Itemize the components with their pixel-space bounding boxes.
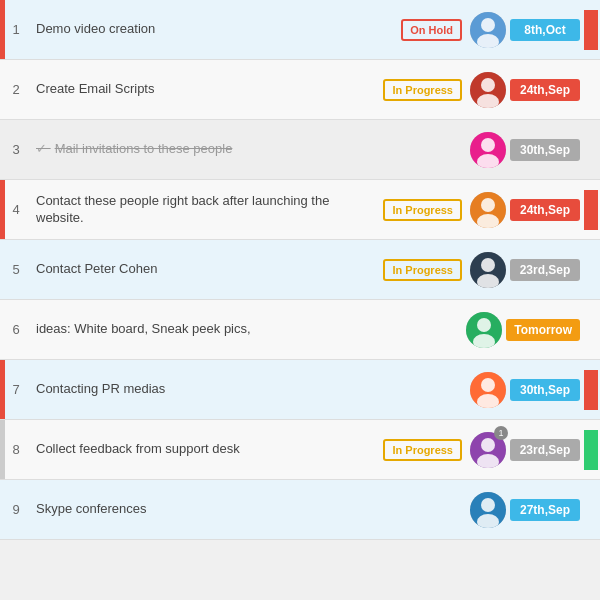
due-date[interactable]: 8th,Oct xyxy=(510,19,580,41)
task-row[interactable]: 7Contacting PR medias 30th,Sep xyxy=(0,360,600,420)
due-date[interactable]: Tomorrow xyxy=(506,319,580,341)
avatar xyxy=(470,12,506,48)
task-title[interactable]: Collect feedback from support desk xyxy=(28,441,383,458)
avatar xyxy=(470,192,506,228)
svg-point-19 xyxy=(481,378,495,392)
due-date[interactable]: 27th,Sep xyxy=(510,499,580,521)
avatar xyxy=(470,132,506,168)
due-date[interactable]: 24th,Sep xyxy=(510,79,580,101)
avatar xyxy=(466,312,502,348)
priority-flag xyxy=(584,430,598,470)
task-title[interactable]: Demo video creation xyxy=(28,21,401,38)
status-badge[interactable]: In Progress xyxy=(383,199,462,221)
task-title[interactable]: Create Email Scripts xyxy=(28,81,383,98)
priority-flag xyxy=(584,10,598,50)
due-date[interactable]: 23rd,Sep xyxy=(510,439,580,461)
status-badge[interactable]: In Progress xyxy=(383,439,462,461)
svg-point-4 xyxy=(481,78,495,92)
svg-point-16 xyxy=(477,318,491,332)
status-badge[interactable]: In Progress xyxy=(383,79,462,101)
priority-accent xyxy=(0,0,5,59)
task-title[interactable]: ideas: White board, Sneak peek pics, xyxy=(28,321,386,338)
priority-flag xyxy=(584,190,598,230)
avatar xyxy=(470,372,506,408)
svg-point-7 xyxy=(481,138,495,152)
svg-point-22 xyxy=(481,438,495,452)
task-row[interactable]: 4Contact these people right back after l… xyxy=(0,180,600,240)
task-row[interactable]: 9Skype conferences 27th,Sep xyxy=(0,480,600,540)
task-row[interactable]: 1Demo video creationOn Hold 8th,Oct xyxy=(0,0,600,60)
priority-flag xyxy=(584,490,598,530)
task-title[interactable]: Contact Peter Cohen xyxy=(28,261,383,278)
priority-accent xyxy=(0,180,5,239)
task-row[interactable]: 8Collect feedback from support deskIn Pr… xyxy=(0,420,600,480)
due-date[interactable]: 23rd,Sep xyxy=(510,259,580,281)
avatar xyxy=(470,492,506,528)
svg-point-13 xyxy=(481,258,495,272)
row-number: 9 xyxy=(0,502,28,517)
task-row[interactable]: 3✓ Mail invitations to these people 30th… xyxy=(0,120,600,180)
due-date[interactable]: 30th,Sep xyxy=(510,139,580,161)
row-number: 3 xyxy=(0,142,28,157)
status-badge[interactable]: On Hold xyxy=(401,19,462,41)
avatar xyxy=(470,72,506,108)
task-title[interactable]: Contact these people right back after la… xyxy=(28,193,383,227)
priority-flag xyxy=(584,130,598,170)
due-date[interactable]: 30th,Sep xyxy=(510,379,580,401)
row-number: 2 xyxy=(0,82,28,97)
svg-point-10 xyxy=(481,198,495,212)
row-number: 6 xyxy=(0,322,28,337)
svg-point-1 xyxy=(481,18,495,32)
task-title[interactable]: ✓ Mail invitations to these people xyxy=(28,141,390,158)
task-row[interactable]: 6ideas: White board, Sneak peek pics, To… xyxy=(0,300,600,360)
row-number: 5 xyxy=(0,262,28,277)
check-icon: ✓ xyxy=(36,141,51,156)
priority-accent xyxy=(0,360,5,419)
priority-flag xyxy=(584,70,598,110)
comment-badge[interactable]: 1 xyxy=(494,426,508,440)
svg-point-25 xyxy=(481,498,495,512)
priority-flag xyxy=(584,310,598,350)
due-date[interactable]: 24th,Sep xyxy=(510,199,580,221)
task-title[interactable]: Skype conferences xyxy=(28,501,390,518)
status-badge[interactable]: In Progress xyxy=(383,259,462,281)
task-title[interactable]: Contacting PR medias xyxy=(28,381,390,398)
task-list: 1Demo video creationOn Hold 8th,Oct2Crea… xyxy=(0,0,600,540)
priority-flag xyxy=(584,250,598,290)
priority-flag xyxy=(584,370,598,410)
avatar xyxy=(470,252,506,288)
task-row[interactable]: 2Create Email ScriptsIn Progress 24th,Se… xyxy=(0,60,600,120)
task-row[interactable]: 5Contact Peter CohenIn Progress 23rd,Sep xyxy=(0,240,600,300)
priority-accent xyxy=(0,420,5,479)
